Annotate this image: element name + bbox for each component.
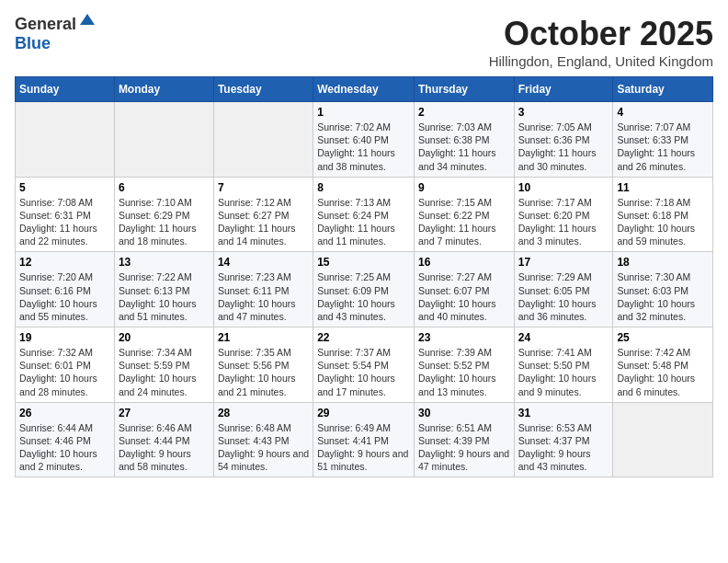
day-info: Sunrise: 6:44 AM Sunset: 4:46 PM Dayligh…	[19, 421, 110, 474]
calendar-cell: 6Sunrise: 7:10 AM Sunset: 6:29 PM Daylig…	[114, 177, 213, 252]
calendar-week-row: 19Sunrise: 7:32 AM Sunset: 6:01 PM Dayli…	[16, 327, 713, 403]
day-number: 20	[119, 331, 210, 344]
day-info: Sunrise: 7:25 AM Sunset: 6:09 PM Dayligh…	[317, 270, 410, 323]
calendar-week-row: 1Sunrise: 7:02 AM Sunset: 6:40 PM Daylig…	[16, 102, 713, 178]
logo-icon	[78, 12, 97, 30]
calendar-cell: 15Sunrise: 7:25 AM Sunset: 6:09 PM Dayli…	[313, 252, 415, 327]
day-info: Sunrise: 7:20 AM Sunset: 6:16 PM Dayligh…	[19, 270, 110, 323]
day-number: 13	[119, 256, 210, 269]
calendar-cell: 31Sunrise: 6:53 AM Sunset: 4:37 PM Dayli…	[514, 402, 613, 477]
calendar-table: SundayMondayTuesdayWednesdayThursdayFrid…	[15, 76, 713, 477]
day-number: 12	[19, 256, 110, 269]
calendar-cell: 23Sunrise: 7:39 AM Sunset: 5:52 PM Dayli…	[414, 327, 514, 403]
calendar-cell: 10Sunrise: 7:17 AM Sunset: 6:20 PM Dayli…	[514, 177, 613, 252]
day-info: Sunrise: 7:02 AM Sunset: 6:40 PM Dayligh…	[317, 121, 410, 173]
day-number: 23	[418, 331, 510, 344]
calendar-header-row: SundayMondayTuesdayWednesdayThursdayFrid…	[16, 77, 713, 102]
calendar-cell: 18Sunrise: 7:30 AM Sunset: 6:03 PM Dayli…	[613, 252, 713, 327]
day-info: Sunrise: 7:18 AM Sunset: 6:18 PM Dayligh…	[617, 196, 709, 248]
day-info: Sunrise: 6:48 AM Sunset: 4:43 PM Dayligh…	[218, 421, 309, 474]
day-info: Sunrise: 7:05 AM Sunset: 6:36 PM Dayligh…	[518, 121, 609, 173]
calendar-cell: 24Sunrise: 7:41 AM Sunset: 5:50 PM Dayli…	[514, 327, 613, 403]
col-header-tuesday: Tuesday	[213, 77, 313, 102]
day-number: 14	[218, 256, 309, 269]
day-info: Sunrise: 7:17 AM Sunset: 6:20 PM Dayligh…	[518, 196, 609, 248]
col-header-sunday: Sunday	[16, 77, 115, 102]
day-number: 6	[119, 181, 210, 194]
day-number: 2	[418, 106, 510, 119]
day-info: Sunrise: 7:42 AM Sunset: 5:48 PM Dayligh…	[617, 346, 709, 398]
page-header: General Blue October 2025 Hillingdon, En…	[15, 15, 713, 69]
day-number: 22	[317, 331, 410, 344]
col-header-monday: Monday	[114, 77, 213, 102]
day-info: Sunrise: 7:03 AM Sunset: 6:38 PM Dayligh…	[418, 121, 510, 173]
calendar-cell: 29Sunrise: 6:49 AM Sunset: 4:41 PM Dayli…	[313, 402, 415, 477]
day-info: Sunrise: 6:51 AM Sunset: 4:39 PM Dayligh…	[418, 421, 510, 474]
day-number: 7	[218, 181, 309, 194]
calendar-week-row: 26Sunrise: 6:44 AM Sunset: 4:46 PM Dayli…	[16, 402, 713, 477]
day-number: 25	[617, 331, 709, 344]
day-info: Sunrise: 7:23 AM Sunset: 6:11 PM Dayligh…	[218, 270, 309, 323]
day-number: 19	[19, 331, 110, 344]
day-info: Sunrise: 7:29 AM Sunset: 6:05 PM Dayligh…	[518, 270, 609, 323]
calendar-cell: 13Sunrise: 7:22 AM Sunset: 6:13 PM Dayli…	[114, 252, 213, 327]
calendar-cell: 14Sunrise: 7:23 AM Sunset: 6:11 PM Dayli…	[213, 252, 313, 327]
day-info: Sunrise: 7:10 AM Sunset: 6:29 PM Dayligh…	[119, 196, 210, 248]
day-info: Sunrise: 7:30 AM Sunset: 6:03 PM Dayligh…	[617, 270, 709, 323]
day-number: 26	[19, 407, 110, 419]
logo: General Blue	[15, 15, 97, 53]
calendar-cell	[613, 402, 713, 477]
calendar-cell: 30Sunrise: 6:51 AM Sunset: 4:39 PM Dayli…	[414, 402, 514, 477]
calendar-cell: 25Sunrise: 7:42 AM Sunset: 5:48 PM Dayli…	[613, 327, 713, 403]
calendar-cell	[114, 102, 213, 178]
calendar-cell: 1Sunrise: 7:02 AM Sunset: 6:40 PM Daylig…	[313, 102, 415, 178]
day-info: Sunrise: 7:34 AM Sunset: 5:59 PM Dayligh…	[119, 346, 210, 398]
day-number: 15	[317, 256, 410, 269]
calendar-cell: 11Sunrise: 7:18 AM Sunset: 6:18 PM Dayli…	[613, 177, 713, 252]
calendar-week-row: 5Sunrise: 7:08 AM Sunset: 6:31 PM Daylig…	[16, 177, 713, 252]
calendar-cell: 19Sunrise: 7:32 AM Sunset: 6:01 PM Dayli…	[16, 327, 115, 403]
calendar-cell: 3Sunrise: 7:05 AM Sunset: 6:36 PM Daylig…	[514, 102, 613, 178]
day-number: 18	[617, 256, 709, 269]
day-number: 4	[617, 106, 709, 119]
calendar-cell: 16Sunrise: 7:27 AM Sunset: 6:07 PM Dayli…	[414, 252, 514, 327]
day-info: Sunrise: 7:35 AM Sunset: 5:56 PM Dayligh…	[218, 346, 309, 398]
calendar-cell: 26Sunrise: 6:44 AM Sunset: 4:46 PM Dayli…	[16, 402, 115, 477]
day-info: Sunrise: 6:46 AM Sunset: 4:44 PM Dayligh…	[119, 421, 210, 474]
day-number: 1	[317, 106, 410, 119]
calendar-cell: 7Sunrise: 7:12 AM Sunset: 6:27 PM Daylig…	[213, 177, 313, 252]
day-number: 30	[418, 407, 510, 419]
day-info: Sunrise: 7:07 AM Sunset: 6:33 PM Dayligh…	[617, 121, 709, 173]
calendar-week-row: 12Sunrise: 7:20 AM Sunset: 6:16 PM Dayli…	[16, 252, 713, 327]
month-year-title: October 2025	[489, 15, 713, 53]
day-number: 5	[19, 181, 110, 194]
day-number: 16	[418, 256, 510, 269]
day-info: Sunrise: 7:12 AM Sunset: 6:27 PM Dayligh…	[218, 196, 309, 248]
calendar-cell: 20Sunrise: 7:34 AM Sunset: 5:59 PM Dayli…	[114, 327, 213, 403]
day-number: 17	[518, 256, 609, 269]
calendar-cell: 9Sunrise: 7:15 AM Sunset: 6:22 PM Daylig…	[414, 177, 514, 252]
calendar-cell: 22Sunrise: 7:37 AM Sunset: 5:54 PM Dayli…	[313, 327, 415, 403]
day-info: Sunrise: 7:39 AM Sunset: 5:52 PM Dayligh…	[418, 346, 510, 398]
day-info: Sunrise: 7:32 AM Sunset: 6:01 PM Dayligh…	[19, 346, 110, 398]
calendar-cell	[213, 102, 313, 178]
day-number: 21	[218, 331, 309, 344]
day-info: Sunrise: 7:13 AM Sunset: 6:24 PM Dayligh…	[317, 196, 410, 248]
calendar-cell: 21Sunrise: 7:35 AM Sunset: 5:56 PM Dayli…	[213, 327, 313, 403]
day-number: 3	[518, 106, 609, 119]
day-number: 27	[119, 407, 210, 419]
col-header-thursday: Thursday	[414, 77, 514, 102]
calendar-cell: 17Sunrise: 7:29 AM Sunset: 6:05 PM Dayli…	[514, 252, 613, 327]
day-number: 10	[518, 181, 609, 194]
day-number: 8	[317, 181, 410, 194]
day-info: Sunrise: 7:08 AM Sunset: 6:31 PM Dayligh…	[19, 196, 110, 248]
svg-marker-0	[80, 14, 95, 25]
day-info: Sunrise: 7:27 AM Sunset: 6:07 PM Dayligh…	[418, 270, 510, 323]
day-number: 24	[518, 331, 609, 344]
logo-general-text: General	[15, 15, 76, 34]
calendar-cell: 4Sunrise: 7:07 AM Sunset: 6:33 PM Daylig…	[613, 102, 713, 178]
col-header-saturday: Saturday	[613, 77, 713, 102]
calendar-cell: 8Sunrise: 7:13 AM Sunset: 6:24 PM Daylig…	[313, 177, 415, 252]
day-number: 31	[518, 407, 609, 419]
calendar-cell: 5Sunrise: 7:08 AM Sunset: 6:31 PM Daylig…	[16, 177, 115, 252]
